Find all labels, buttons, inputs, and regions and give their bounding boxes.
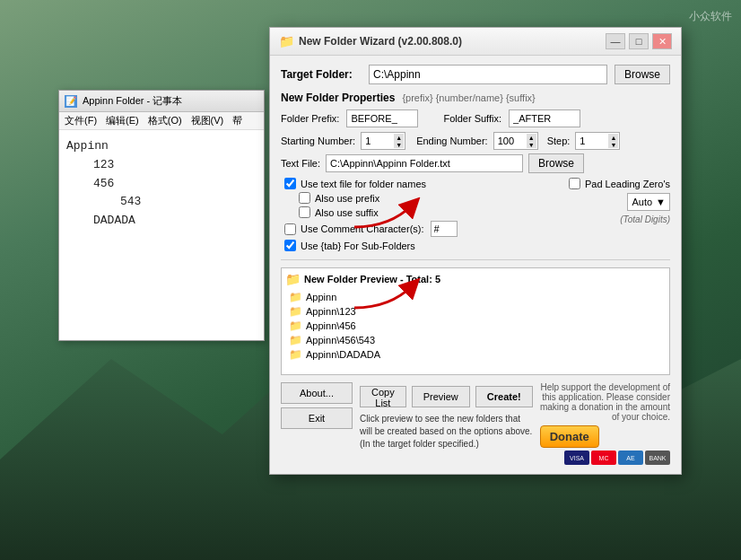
also-use-suffix-checkbox[interactable] bbox=[299, 206, 310, 218]
starting-number-input[interactable] bbox=[365, 136, 397, 146]
separator bbox=[281, 259, 670, 260]
visa-icon: VISA bbox=[564, 451, 589, 465]
arrow-2 bbox=[354, 276, 426, 312]
ending-number-label: Ending Number: bbox=[416, 136, 488, 146]
minimize-button[interactable]: — bbox=[606, 33, 625, 49]
starting-number-down[interactable]: ▼ bbox=[394, 141, 404, 148]
folder-suffix-label: Folder Suffix: bbox=[443, 113, 501, 124]
notepad-title: Appinn Folder - 记事本 bbox=[83, 94, 182, 108]
starting-number-spinner[interactable]: ▲ ▼ bbox=[361, 132, 405, 150]
text-file-input[interactable] bbox=[326, 154, 523, 172]
desc-and-donate: Copy List Preview Create! Click preview … bbox=[360, 382, 670, 465]
use-tab-row: Use {tab} For Sub-Folders bbox=[284, 240, 546, 251]
checkboxes-right: Pad Leading Zero's Auto ▼ (Total Digits) bbox=[554, 178, 670, 254]
step-up[interactable]: ▲ bbox=[608, 134, 618, 141]
step-down[interactable]: ▼ bbox=[608, 141, 618, 148]
preview-header: 📁 New Folder Preview - Total: 5 bbox=[285, 272, 666, 286]
arrow-1 bbox=[354, 196, 426, 232]
preview-item-4: 📁 Appinn\DADADA bbox=[285, 347, 666, 362]
desc-text: Click preview to see the new folders tha… bbox=[360, 413, 533, 451]
folder-icon-0: 📁 bbox=[289, 291, 302, 303]
use-tab-label: Use {tab} For Sub-Folders bbox=[301, 241, 415, 251]
step-label: Step: bbox=[547, 136, 571, 146]
text-file-browse-button[interactable]: Browse bbox=[528, 153, 584, 173]
menu-help[interactable]: 帮 bbox=[232, 114, 242, 127]
amex-icon: AE bbox=[618, 451, 643, 465]
menu-edit[interactable]: 编辑(E) bbox=[106, 114, 139, 127]
text-file-label: Text File: bbox=[281, 158, 320, 169]
target-folder-label: Target Folder: bbox=[281, 68, 362, 81]
preview-item-1: 📁 Appinn\123 bbox=[285, 304, 666, 319]
content-line-2: 456 bbox=[66, 175, 257, 194]
card-icons: VISA MC AE BANK bbox=[540, 451, 670, 465]
starting-number-up[interactable]: ▲ bbox=[394, 134, 404, 141]
preview-item-text-0: Appinn bbox=[306, 292, 336, 302]
preview-item-0: 📁 Appinn bbox=[285, 290, 666, 304]
preview-item-2: 📁 Appinn\456 bbox=[285, 319, 666, 333]
about-button[interactable]: About... bbox=[281, 382, 353, 404]
title-bar-left: 📁 New Folder Wizard (v2.00.808.0) bbox=[279, 34, 462, 48]
preview-folder-icon: 📁 bbox=[285, 272, 301, 286]
donate-button[interactable]: Donate bbox=[540, 425, 599, 448]
copy-list-button[interactable]: Copy List bbox=[360, 386, 406, 407]
folder-prefix-label: Folder Prefix: bbox=[281, 113, 339, 124]
mastercard-icon: MC bbox=[591, 451, 616, 465]
new-folder-props-header: New Folder Properties {prefix} {number/n… bbox=[281, 92, 670, 104]
donate-section: Help support the development of this app… bbox=[540, 382, 670, 465]
browse-button[interactable]: Browse bbox=[615, 65, 670, 84]
ending-number-spinner[interactable]: ▲ ▼ bbox=[493, 132, 538, 150]
title-bar: 📁 New Folder Wizard (v2.00.808.0) — □ ✕ bbox=[270, 28, 681, 56]
content-line-1: 123 bbox=[66, 156, 257, 175]
prefix-suffix-row: Folder Prefix: Folder Suffix: bbox=[281, 109, 670, 127]
wizard-icon: 📁 bbox=[279, 34, 293, 48]
bank-icon: BANK bbox=[645, 451, 670, 465]
use-comment-checkbox[interactable] bbox=[284, 223, 296, 235]
preview-item-text-2: Appinn\456 bbox=[306, 320, 356, 331]
menu-view[interactable]: 视图(V) bbox=[191, 114, 224, 127]
notepad-titlebar: 📝 Appinn Folder - 记事本 bbox=[59, 91, 264, 112]
preview-button[interactable]: Preview bbox=[412, 386, 470, 407]
folder-suffix-input[interactable] bbox=[509, 109, 580, 127]
action-buttons-row: Copy List Preview Create! bbox=[360, 386, 533, 407]
wizard-dialog: 📁 New Folder Wizard (v2.00.808.0) — □ ✕ … bbox=[269, 27, 682, 475]
folder-icon-4: 📁 bbox=[289, 348, 302, 361]
menu-file[interactable]: 文件(F) bbox=[65, 114, 97, 127]
use-text-file-checkbox[interactable] bbox=[284, 178, 296, 189]
target-folder-row: Target Folder: Browse bbox=[281, 65, 670, 84]
create-button[interactable]: Create! bbox=[475, 386, 533, 407]
preview-section: 📁 New Folder Preview - Total: 5 📁 Appinn… bbox=[281, 267, 670, 375]
also-use-prefix-checkbox[interactable] bbox=[299, 192, 310, 204]
preview-item-text-3: Appinn\456\543 bbox=[306, 335, 375, 346]
use-tab-checkbox[interactable] bbox=[284, 240, 296, 251]
menu-format[interactable]: 格式(O) bbox=[148, 114, 182, 127]
bottom-section: About... Exit Copy List Preview Create! … bbox=[281, 382, 670, 465]
new-folder-props-label: New Folder Properties bbox=[281, 92, 395, 104]
auto-dropdown[interactable]: Auto ▼ bbox=[627, 193, 670, 211]
exit-button[interactable]: Exit bbox=[281, 407, 353, 429]
folder-prefix-input[interactable] bbox=[346, 109, 418, 127]
pad-zeros-row: Pad Leading Zero's bbox=[569, 178, 670, 189]
number-fields-row: Starting Number: ▲ ▼ Ending Number: ▲ ▼ … bbox=[281, 132, 670, 150]
step-arrows: ▲ ▼ bbox=[608, 134, 618, 148]
dialog-title: New Folder Wizard (v2.00.808.0) bbox=[299, 35, 462, 48]
ending-number-down[interactable]: ▼ bbox=[527, 141, 536, 148]
notepad-menubar: 文件(F) 编辑(E) 格式(O) 视图(V) 帮 bbox=[59, 112, 264, 130]
pad-zeros-checkbox[interactable] bbox=[569, 178, 580, 189]
maximize-button[interactable]: □ bbox=[629, 33, 649, 49]
close-button[interactable]: ✕ bbox=[652, 33, 672, 49]
desc-and-buttons: Copy List Preview Create! Click preview … bbox=[360, 382, 533, 451]
folder-icon-2: 📁 bbox=[289, 319, 302, 332]
step-input[interactable] bbox=[580, 136, 611, 146]
auto-label: Auto bbox=[632, 197, 652, 207]
dropdown-arrow-icon: ▼ bbox=[656, 197, 666, 207]
notepad-window: 📝 Appinn Folder - 记事本 文件(F) 编辑(E) 格式(O) … bbox=[58, 90, 265, 341]
title-controls: — □ ✕ bbox=[606, 33, 672, 49]
use-text-file-row: Use text file for folder names bbox=[284, 178, 546, 189]
step-spinner[interactable]: ▲ ▼ bbox=[575, 132, 620, 150]
watermark-text: 小众软件 bbox=[689, 9, 732, 24]
target-folder-input[interactable] bbox=[369, 65, 607, 84]
ending-number-up[interactable]: ▲ bbox=[527, 134, 536, 141]
ending-number-arrows: ▲ ▼ bbox=[527, 134, 536, 148]
ending-number-input[interactable] bbox=[498, 136, 529, 146]
comment-char-input[interactable] bbox=[431, 221, 458, 237]
